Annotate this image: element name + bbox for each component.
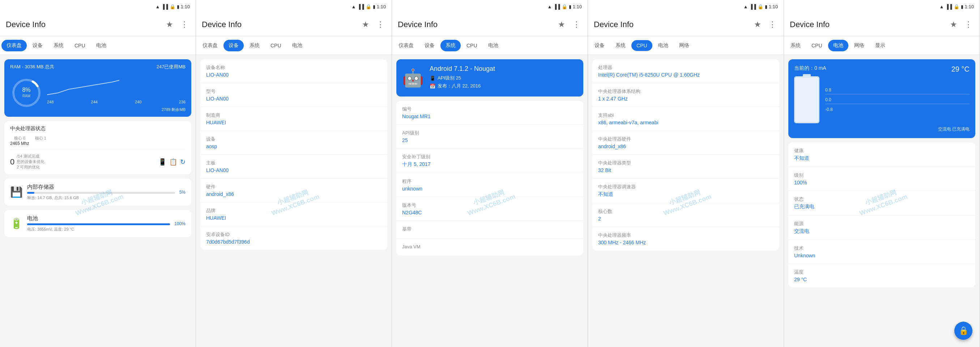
device-item-label-1: 型号 [206, 88, 382, 95]
device-item-label-7: 安卓设备ID [206, 231, 382, 238]
signal-icon: ▐▐ [945, 4, 952, 10]
tab-仪表盘[interactable]: 仪表盘 [2, 40, 27, 51]
battery-info-list: 健康 不知道 级别 100% 状态 已充满电 能源 交流电 技术 Unknown… [788, 143, 975, 287]
tab-电池[interactable]: 电池 [828, 40, 848, 51]
storage-pct: 5% [179, 190, 186, 195]
time-display: 1:10 [965, 4, 974, 10]
tab-网络[interactable]: 网络 [849, 40, 869, 51]
api-icon: 📱 [430, 76, 435, 81]
app-header: Device Info ★ ⋮ [0, 13, 196, 36]
tab-仪表盘[interactable]: 仪表盘 [197, 40, 223, 51]
tab-系统[interactable]: 系统 [441, 40, 461, 51]
tab-显示[interactable]: 显示 [870, 40, 890, 51]
device-item-value-5: android_x86 [206, 191, 382, 197]
battery-icon: ▮ [569, 4, 571, 10]
cpu-cores: 核心 0 2465 Mhz 核心 1 [10, 136, 186, 146]
cpu-label-1: 中央处理器体系结构 [598, 88, 773, 95]
tab-CPU[interactable]: CPU [266, 40, 286, 51]
storage-fill [27, 192, 34, 194]
app-title: Device Info [594, 20, 748, 29]
lock-button[interactable]: 🔒 [955, 322, 972, 340]
storage-card: 💾 内部存储器 释放: 14.7 GB, 总共: 15.6 GB 5% [4, 179, 191, 206]
ram-used-label: 247已使用MB [157, 63, 186, 70]
favorite-icon[interactable]: ★ [361, 19, 371, 31]
tab-CPU[interactable]: CPU [632, 40, 652, 51]
cpu-value-2: x86, armeabi-v7a, armeabi [598, 120, 773, 125]
tab-设备[interactable]: 设备 [589, 40, 610, 51]
refresh-icon[interactable]: ↻ [180, 158, 186, 166]
charge-icon: 🔒 [954, 4, 959, 10]
tab-bar: 仪表盘设备系统CPU电池 [0, 36, 196, 55]
cpu-state-title: 中央处理器状态 [10, 125, 186, 132]
tab-仪表盘[interactable]: 仪表盘 [393, 40, 419, 51]
chart-line-00: 0.0 [825, 97, 969, 102]
more-icon[interactable]: ⋮ [375, 19, 386, 31]
system-label-6: Java VM [402, 244, 578, 249]
cpu-item-1: 中央处理器体系结构 1 x 2.47 GHz [592, 83, 779, 107]
system-label-5: 基带 [402, 226, 578, 233]
system-value-4: N2G48C [402, 210, 578, 215]
cpu-item-3: 中央处理器硬件 android_x86 [592, 131, 779, 155]
more-icon[interactable]: ⋮ [767, 19, 778, 31]
tab-bar: 仪表盘设备系统CPU电池 [392, 36, 588, 55]
favorite-icon[interactable]: ★ [165, 19, 175, 31]
tab-CPU[interactable]: CPU [461, 40, 482, 51]
tab-电池[interactable]: 电池 [91, 40, 111, 51]
cpu-label-7: 中央处理器频率 [598, 232, 773, 239]
battery-value-5: 29 °C [794, 277, 969, 282]
device-item-label-6: 品牌 [206, 208, 382, 214]
cpu-label-2: 支持abi [598, 112, 773, 119]
more-icon[interactable]: ⋮ [963, 19, 974, 31]
tab-网络[interactable]: 网络 [674, 40, 694, 51]
dashboard-content: RAM - 3036 MB 总共 247已使用MB 8% RAM 2482442… [0, 55, 196, 347]
battery-icon: ▮ [177, 4, 179, 10]
favorite-icon[interactable]: ★ [557, 19, 567, 31]
system-value-1: 25 [402, 137, 578, 143]
chart-line-n08: -0.8 [825, 107, 969, 112]
optimization-row: 0 /14 测试完成 您的设备未优化 2 可用的优化 📱 📋 ↻ [10, 150, 186, 170]
storage-info: 内部存储器 释放: 14.7 GB, 总共: 15.6 GB [27, 184, 175, 201]
tab-设备[interactable]: 设备 [27, 40, 48, 51]
tab-CPU[interactable]: CPU [807, 40, 827, 51]
favorite-icon[interactable]: ★ [948, 19, 959, 31]
cpu-value-0: Intel(R) Core(TM) i5-8250U CPU @ 1.60GHz [598, 72, 773, 78]
app-title: Device Info [202, 20, 356, 29]
wifi-icon: ▲ [939, 4, 944, 10]
system-value-2: 十月 5, 2017 [402, 161, 578, 168]
device-item-value-4: LIO-AN00 [206, 167, 382, 173]
tab-系统[interactable]: 系统 [611, 40, 631, 51]
battery-fill [27, 223, 170, 225]
scale-value: 240 [135, 100, 142, 104]
ram-wave-chart [47, 73, 186, 98]
more-icon[interactable]: ⋮ [571, 19, 582, 31]
tab-CPU[interactable]: CPU [70, 40, 91, 51]
android-date: 📅 发布：八月 22, 2016 [430, 83, 578, 89]
tab-电池[interactable]: 电池 [483, 40, 503, 51]
ac-status: 交流电 已充满电 [794, 126, 969, 132]
system-item-3: 程序 unknown [396, 173, 583, 197]
tab-系统[interactable]: 系统 [786, 40, 806, 51]
device-item-value-7: 7d0d67bd5d7f396d [206, 239, 382, 245]
cpu-label-3: 中央处理器硬件 [598, 136, 773, 143]
system-item-4: 版本号 N2G48C [396, 197, 583, 221]
lock-icon: 🔒 [959, 326, 969, 336]
tab-设备[interactable]: 设备 [223, 40, 244, 51]
more-icon[interactable]: ⋮ [179, 19, 190, 31]
system-label-4: 版本号 [402, 202, 578, 209]
app-header: Device Info ★ ⋮ [588, 13, 784, 36]
tablet-icon: 📋 [169, 158, 177, 166]
cpu-value-3: android_x86 [598, 144, 773, 149]
svg-text:8%: 8% [22, 87, 30, 93]
tab-系统[interactable]: 系统 [48, 40, 69, 51]
device-item-label-2: 制造商 [206, 112, 382, 119]
tab-设备[interactable]: 设备 [420, 40, 440, 51]
device-item-label-5: 硬件 [206, 184, 382, 190]
battery-label-2: 状态 [794, 196, 969, 203]
battery-fill [795, 78, 818, 122]
tab-bar: 系统CPU电池网络显示 [784, 36, 980, 55]
battery-info: 电池 电压: 3855mV, 温度: 29 °C [27, 215, 170, 232]
favorite-icon[interactable]: ★ [752, 19, 763, 31]
tab-电池[interactable]: 电池 [653, 40, 673, 51]
tab-电池[interactable]: 电池 [287, 40, 307, 51]
tab-系统[interactable]: 系统 [245, 40, 265, 51]
